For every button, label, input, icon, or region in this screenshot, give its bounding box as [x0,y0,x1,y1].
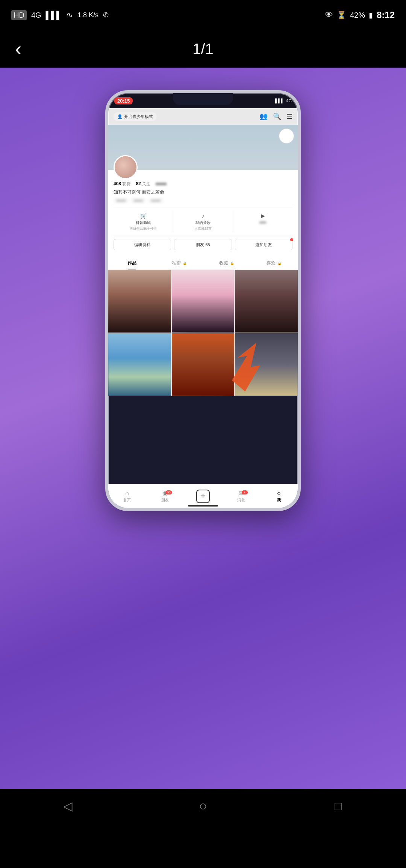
youth-mode-button[interactable]: 👤 开启青少年模式 [114,112,157,121]
video-label: ●●● [259,220,266,224]
profile-stats: 408 获赞 82 关注 ●●●● [114,181,292,187]
nav-create[interactable]: + [184,490,222,503]
signal-bars: ▌▌▌ [46,11,62,20]
grid-item-6[interactable] [235,333,298,396]
tag-2: ●●●● [131,198,146,203]
shop-sub: 美好生活触手可得 [130,226,157,231]
add-friend-button[interactable]: 邀加朋友 [235,239,292,250]
nav-home[interactable]: ⌂ 首页 [108,490,146,503]
edit-profile-button[interactable]: 编辑资料 [114,239,171,250]
shortcut-music[interactable]: ♪ 我的音乐 已收藏92首 [173,210,233,233]
nav-bar: ‹ 1/1 [0,30,406,68]
grid-item-2[interactable] [172,270,235,333]
grid-item-5[interactable] [172,333,235,396]
grid-item-3[interactable] [235,270,298,333]
profile-hero [108,125,298,170]
android-nav-bar: ◁ ○ □ [0,789,406,830]
grid-item-4[interactable] [108,333,171,396]
create-button[interactable]: + [196,490,210,503]
hd-badge: HD [11,10,27,20]
home-icon: ⌂ [126,490,129,497]
alarm-icon: ⏳ [337,11,346,20]
phone-signal-bars: ▌▌▌ [275,98,284,103]
me-icon: ○ [277,490,281,497]
android-back-button[interactable]: ◁ [56,795,79,817]
phone-bottom-nav: ⌂ 首页 ◉ 朋友 55 + ✉ 消息 8 ○ 我 [108,484,298,508]
app-top-icons: 👥 🔍 ☰ [259,112,292,121]
profile-avatar [114,155,138,179]
music-label: 我的音乐 [195,220,211,225]
music-sub: 已收藏92首 [194,226,212,231]
nav-me[interactable]: ○ 我 [260,490,298,503]
phone-4g: 4G [286,98,292,103]
friends-button[interactable]: 朋友 65 [174,239,232,250]
shop-icon: 🛒 [139,212,147,219]
signal-4g: 4G [31,11,41,20]
lock-icon-1: 🔒 [183,262,187,265]
android-status-bar: HD 4G ▌▌▌ ∿ 1.8 K/s ✆ 👁 ⏳ 42% ▮ 8:12 [0,0,406,30]
phone-notch [173,93,233,105]
messages-badge: 8 [242,490,248,494]
grid-item-1[interactable] [108,270,171,333]
android-back-icon: ◁ [63,799,73,813]
speed-indicator: 1.8 K/s [77,11,98,19]
call-icon: ✆ [103,11,109,19]
tab-private[interactable]: 私密 🔒 [156,257,203,269]
phone-time: 20:15 [114,97,133,104]
back-button[interactable]: ‹ [15,38,21,60]
battery-icon: ▮ [369,11,373,20]
profile-tags: ●●●● ●●●● ●●●● [114,198,292,203]
youth-icon: 👤 [117,114,123,119]
action-buttons-row: 编辑资料 朋友 65 邀加朋友 [114,239,292,253]
youth-mode-label: 开启青少年模式 [124,114,153,119]
page-counter: 1/1 [192,41,214,57]
profile-bio: 知其不可奈何 而安之若命 [114,189,292,195]
android-recent-button[interactable]: □ [327,795,350,817]
clock: 8:12 [377,10,395,20]
purple-background: 20:15 ▌▌▌ 4G 👤 开启青少年模式 👥 🔍 ☰ [0,68,406,789]
android-recent-icon: □ [335,799,342,813]
content-grid [108,270,298,396]
lock-icon-3: 🔒 [277,262,282,265]
tab-likes[interactable]: 喜欢 🔒 [250,257,298,269]
status-left: HD 4G ▌▌▌ ∿ 1.8 K/s ✆ [11,10,109,20]
tag-1: ●●●● [114,198,129,203]
likes-stat: 408 获赞 [114,181,130,187]
followers-stat: ●●●● [156,181,167,187]
nav-messages[interactable]: ✉ 消息 8 [222,490,260,503]
tab-collections[interactable]: 收藏 🔒 [203,257,250,269]
android-home-button[interactable]: ○ [192,795,214,817]
home-indicator [188,505,218,507]
phone-mockup: 20:15 ▌▌▌ 4G 👤 开启青少年模式 👥 🔍 ☰ [105,90,301,511]
android-home-icon: ○ [199,798,207,814]
music-icon: ♪ [199,212,207,219]
wifi-icon: ∿ [66,10,73,20]
friends-badge: 55 [166,490,172,494]
video-icon: ▶ [259,212,267,219]
search-icon[interactable]: 🔍 [273,112,281,121]
tag-3: ●●●● [148,198,163,203]
following-stat: 82 关注 [136,181,150,187]
lock-icon-2: 🔒 [230,262,234,265]
phone-signal-area: ▌▌▌ 4G [275,98,292,103]
menu-icon[interactable]: ☰ [286,112,292,121]
status-right: 👁 ⏳ 42% ▮ 8:12 [325,10,395,20]
profile-options-button[interactable] [279,129,294,144]
profile-info-section: 408 获赞 82 关注 ●●●● 知其不可奈何 而安之若命 ●●●● ●●●●… [108,170,298,257]
shortcut-shop[interactable]: 🛒 抖音商城 美好生活触手可得 [114,210,173,233]
shop-label: 抖音商城 [136,220,151,225]
shortcut-row: 🛒 抖音商城 美好生活触手可得 ♪ 我的音乐 已收藏92首 ▶ ●●● [114,207,292,236]
eye-icon: 👁 [325,10,333,20]
nav-friends[interactable]: ◉ 朋友 55 [146,490,184,503]
phone-app-bar: 👤 开启青少年模式 👥 🔍 ☰ [108,108,298,125]
people-icon[interactable]: 👥 [259,112,268,121]
shortcut-video[interactable]: ▶ ●●● [233,210,292,233]
tab-works[interactable]: 作品 [108,257,156,269]
content-tabs: 作品 私密 🔒 收藏 🔒 喜欢 🔒 [108,257,298,270]
battery-pct: 42% [350,11,365,20]
notification-dot [290,238,293,241]
